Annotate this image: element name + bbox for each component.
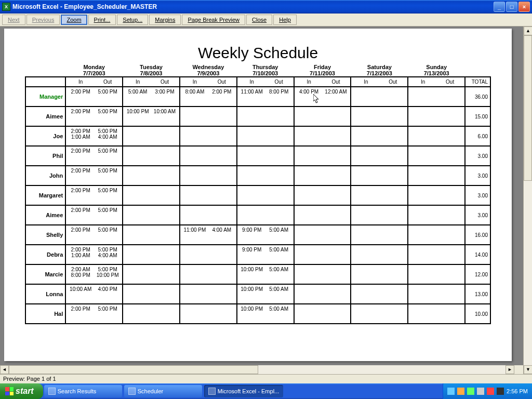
window-title: Microsoft Excel - Employee_Scheduler_MAS… — [12, 3, 494, 10]
zoom-button[interactable]: Zoom — [61, 15, 87, 25]
window-titlebar: X Microsoft Excel - Employee_Scheduler_M… — [0, 0, 532, 14]
shift-cell — [237, 205, 294, 225]
day-header: Saturday — [351, 64, 408, 70]
tray-icon[interactable] — [477, 388, 484, 395]
out-label: Out — [323, 79, 350, 85]
print-button[interactable]: Print... — [88, 15, 116, 25]
shift-cell — [351, 126, 408, 146]
table-row: Marcie2:00 AM5:00 PM8:00 PM10:00 PM10:00… — [25, 264, 490, 284]
document-title: Weekly Schedule — [25, 44, 491, 62]
shift-cell — [294, 185, 351, 205]
tray-icon[interactable] — [457, 388, 464, 395]
status-bar: Preview: Page 1 of 1 — [0, 374, 532, 383]
shift-cell — [123, 146, 180, 166]
shift-cell — [408, 107, 465, 126]
table-row: Joe2:00 PM5:00 PM1:00 AM4:00 AM6.00 — [25, 126, 490, 146]
shift-cell — [408, 87, 465, 107]
preview-area: Weekly Schedule MondayTuesdayWednesdayTh… — [0, 26, 532, 374]
total-cell: 12.00 — [465, 264, 490, 284]
shift-cell — [351, 284, 408, 304]
shift-cell: 2:00 PM5:00 PM — [65, 185, 123, 205]
hscroll-thumb[interactable] — [9, 365, 258, 374]
shift-cell: 11:00 AM8:00 PM — [237, 87, 294, 107]
table-row: Margaret2:00 PM5:00 PM3.00 — [25, 185, 490, 205]
total-cell: 3.00 — [465, 205, 490, 225]
taskbar-item[interactable]: Scheduler — [124, 385, 202, 397]
taskbar-item[interactable]: Microsoft Excel - Empl... — [204, 385, 284, 397]
shift-cell: 2:00 PM5:00 PM — [65, 225, 123, 245]
table-row: Debra2:00 PM5:00 PM1:00 AM4:00 AM9:00 PM… — [25, 245, 490, 264]
vertical-scrollbar[interactable]: ▲ ▼ — [523, 26, 532, 374]
shift-cell — [180, 245, 237, 264]
tray-icon[interactable] — [467, 388, 474, 395]
start-button[interactable]: start — [0, 383, 43, 399]
app-icon — [128, 388, 136, 395]
scroll-left-arrow-icon[interactable]: ◄ — [0, 365, 9, 374]
date-header: 7/13/2003 — [408, 70, 465, 77]
shift-cell — [180, 284, 237, 304]
shift-cell: 2:00 PM5:00 PM — [65, 87, 123, 107]
help-button[interactable]: Help — [273, 15, 297, 25]
shift-cell: 10:00 PM10:00 AM — [123, 107, 180, 126]
total-cell: 14.00 — [465, 245, 490, 264]
close-button[interactable]: × — [518, 2, 530, 12]
total-cell: 3.00 — [465, 185, 490, 205]
in-label: In — [67, 79, 94, 85]
taskbar-item-label: Scheduler — [138, 388, 164, 394]
employee-name: Aimee — [25, 107, 65, 126]
day-header: Friday — [294, 64, 351, 70]
maximize-button[interactable]: □ — [506, 2, 517, 12]
in-label: In — [181, 79, 208, 85]
table-row: Phil2:00 PM5:00 PM3.00 — [25, 146, 490, 166]
system-tray[interactable]: 2:56 PM — [443, 383, 532, 399]
shift-cell — [294, 146, 351, 166]
scroll-up-arrow-icon[interactable]: ▲ — [524, 26, 532, 35]
scroll-right-arrow-icon[interactable]: ► — [506, 365, 514, 374]
day-header: Thursday — [237, 64, 294, 70]
shift-cell — [123, 185, 180, 205]
page-preview[interactable]: Weekly Schedule MondayTuesdayWednesdayTh… — [4, 29, 512, 361]
shift-cell — [351, 264, 408, 284]
employee-name: Shelly — [25, 225, 65, 245]
shift-cell — [180, 166, 237, 185]
total-cell: 3.00 — [465, 166, 490, 185]
taskbar-item[interactable]: Search Results — [44, 385, 122, 397]
total-cell: 6.00 — [465, 126, 490, 146]
day-header: Tuesday — [123, 64, 180, 70]
shift-cell — [351, 225, 408, 245]
next-button[interactable]: Next — [2, 15, 25, 25]
shift-cell: 2:00 PM5:00 PM — [65, 107, 123, 126]
date-header: 7/10/2003 — [237, 70, 294, 77]
shift-cell: 10:00 PM5:00 AM — [237, 264, 294, 284]
shift-cell — [294, 264, 351, 284]
setup-button[interactable]: Setup... — [117, 15, 148, 25]
vscroll-thumb[interactable] — [524, 35, 532, 181]
margins-button[interactable]: Margins — [149, 15, 181, 25]
app-icon — [48, 388, 56, 395]
shift-cell — [408, 225, 465, 245]
scroll-down-arrow-icon[interactable]: ▼ — [524, 365, 532, 374]
tray-icon[interactable] — [497, 388, 504, 395]
page-break-preview-button[interactable]: Page Break Preview — [182, 15, 245, 25]
previous-button[interactable]: Previous — [26, 15, 60, 25]
employee-name: Manager — [25, 87, 65, 107]
shift-cell — [351, 87, 408, 107]
out-label: Out — [379, 79, 406, 85]
clock[interactable]: 2:56 PM — [507, 388, 528, 394]
date-header: 7/8/2003 — [123, 70, 180, 77]
date-header: 7/11/2003 — [294, 70, 351, 77]
table-row: Aimee2:00 PM5:00 PM10:00 PM10:00 AM15.00 — [25, 107, 490, 126]
shift-cell — [180, 107, 237, 126]
close-preview-button[interactable]: Close — [246, 15, 272, 25]
date-header: 7/7/2003 — [65, 70, 123, 77]
employee-name: Marcie — [25, 264, 65, 284]
shift-cell — [123, 245, 180, 264]
shift-cell: 2:00 PM5:00 PM — [65, 304, 123, 324]
tray-icon[interactable] — [447, 388, 455, 395]
minimize-button[interactable]: _ — [494, 2, 505, 12]
shift-cell — [294, 225, 351, 245]
shift-cell: 2:00 AM5:00 PM8:00 PM10:00 PM — [65, 264, 123, 284]
horizontal-scrollbar[interactable]: ◄ ► — [0, 365, 514, 374]
tray-icon[interactable] — [487, 388, 494, 395]
shift-cell — [351, 185, 408, 205]
